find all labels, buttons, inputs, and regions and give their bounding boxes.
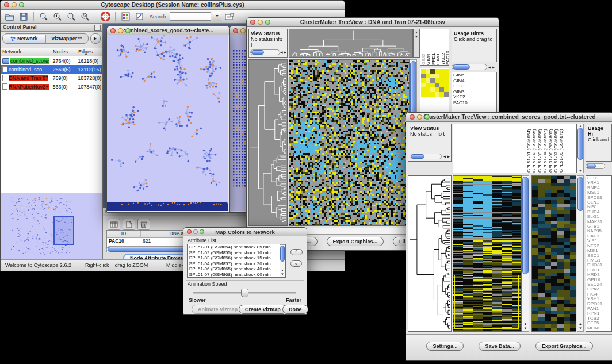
zoom-button[interactable] (19, 2, 24, 7)
matrix-cell[interactable] (444, 69, 449, 74)
treeview1-titlebar[interactable]: ClusterMaker TreeView : DNA and Tran 07-… (247, 18, 499, 27)
matrix-cell[interactable] (435, 78, 439, 83)
matrix-cell[interactable] (426, 92, 430, 97)
select-attributes-button[interactable] (108, 219, 120, 230)
save-session-button[interactable] (18, 12, 29, 22)
tab-network[interactable]: Network (3, 35, 45, 43)
network-table-row[interactable]: DNA and Tran 07 769(0) 183728(0) (1, 74, 102, 82)
attribute-listbox[interactable]: GPL51-01 (GSM854) heat shock 05 minGPL51… (187, 244, 286, 278)
tv2-button[interactable]: Export Graphics... (536, 342, 593, 351)
tv2-hints-scrollbar[interactable] (586, 163, 605, 169)
tv2-zoom-vscrollbar[interactable]: ▲▼ (577, 175, 584, 332)
tv1-status-scrollbar[interactable] (250, 49, 280, 55)
tv1-heatmap-panel[interactable] (289, 59, 410, 226)
attribute-list-item[interactable]: GPL51-06 (GSM865) heat shock 40 min (188, 266, 285, 272)
matrix-cell[interactable] (435, 92, 439, 97)
tv1-gene-name[interactable]: PAC10 (452, 100, 496, 106)
zoom-in-button[interactable] (52, 12, 63, 22)
tv1-hscrollbar[interactable] (289, 228, 416, 235)
matrix-cell[interactable] (421, 83, 426, 87)
matrix-cell[interactable] (430, 69, 435, 74)
close-button[interactable] (110, 28, 116, 33)
matrix-cell[interactable] (426, 69, 430, 74)
annotation-icon[interactable] (133, 12, 145, 22)
tv1-heatmap-canvas[interactable] (289, 60, 409, 225)
matrix-cell[interactable] (435, 87, 439, 92)
zoom-button[interactable] (265, 20, 270, 25)
tv2-button[interactable]: Save Data... (479, 342, 521, 351)
help-lifering-icon[interactable] (100, 12, 111, 22)
column-edges[interactable]: Edges (76, 48, 102, 56)
tv2-gene-name[interactable]: MON2 (586, 326, 611, 331)
matrix-cell[interactable] (444, 78, 449, 83)
tv1-rowtree-canvas[interactable] (249, 60, 287, 225)
matrix-cell[interactable] (439, 83, 444, 87)
matrix-cell[interactable] (439, 74, 444, 78)
matrix-cell[interactable] (430, 92, 435, 97)
move-down-button[interactable]: v (290, 260, 302, 267)
matrix-cell[interactable] (421, 92, 426, 97)
tab-vizmapper[interactable]: VizMapper™ (45, 35, 89, 43)
done-button[interactable]: Done (282, 305, 308, 314)
tv1-gene-name[interactable]: YKE2 (452, 94, 496, 100)
matrix-cell[interactable] (444, 87, 449, 92)
tv2-col-vscrollbar[interactable]: ▲▼ (577, 124, 584, 173)
index-card-icon[interactable] (224, 12, 235, 22)
attribute-list-scrollbar[interactable]: ▲▼ (280, 244, 285, 277)
tv2-row-dendrogram[interactable] (408, 175, 452, 332)
tv1-gene-name[interactable]: GIM3 (452, 89, 496, 95)
matrix-cell[interactable] (426, 78, 430, 83)
matrix-cell[interactable] (430, 87, 435, 92)
tv2-zoom-canvas[interactable] (532, 176, 576, 331)
zoom-out-button[interactable] (38, 12, 49, 22)
treeview2-titlebar[interactable]: ClusterMaker TreeView : combined_scores_… (406, 113, 612, 122)
network-table-row[interactable]: combined_scores 2764(0) 16218(0) (1, 56, 102, 65)
matrix-cell[interactable] (439, 87, 444, 92)
network-table-row[interactable]: combined_sco 2569(6) 13112(15) (1, 65, 102, 74)
dialog-titlebar[interactable]: Map Colors to Network (183, 228, 307, 236)
tv1-gene-name[interactable]: GIM4 (452, 78, 496, 84)
attribute-list-item[interactable]: GPL51-02 (GSM855) heat shock 10 min (188, 250, 285, 256)
close-button[interactable] (233, 28, 238, 33)
network-canvas[interactable] (107, 35, 228, 211)
tv1-hints-scrollbar[interactable] (452, 64, 487, 70)
open-session-button[interactable] (4, 12, 16, 22)
tv1-column-dendrogram[interactable] (289, 29, 413, 58)
matrix-cell[interactable] (421, 74, 426, 78)
search-dropdown-button[interactable]: ▼ (213, 12, 221, 21)
tv2-zoom-heatmap-panel[interactable] (531, 175, 576, 332)
tv2-button[interactable]: Settings... (426, 342, 464, 351)
create-vizmap-button[interactable]: Create Vizmap (239, 305, 287, 314)
matrix-cell[interactable] (444, 74, 449, 78)
delete-attribute-icon[interactable] (137, 219, 150, 230)
close-button[interactable] (250, 20, 255, 25)
attribute-list-item[interactable]: GPL51-04 (GSM857) heat shock 20 min (188, 261, 285, 267)
matrix-cell[interactable] (430, 74, 435, 78)
matrix-cell[interactable] (426, 87, 430, 92)
matrix-cell[interactable] (435, 83, 439, 87)
matrix-cell[interactable] (421, 87, 426, 92)
matrix-cell[interactable] (421, 69, 426, 74)
tv1-status-scroll-arrows[interactable]: ◀ ▶ (280, 51, 286, 54)
overview-canvas[interactable] (2, 194, 101, 258)
matrix-cell[interactable] (426, 74, 430, 78)
matrix-cell[interactable] (444, 83, 449, 87)
matrix-cell[interactable] (426, 83, 430, 87)
more-tabs-button[interactable]: ▶ (90, 33, 101, 44)
close-button[interactable] (187, 229, 192, 234)
zoom-fit-button[interactable] (79, 12, 91, 22)
vizmapper-icon[interactable] (120, 12, 131, 22)
matrix-cell[interactable] (439, 78, 444, 83)
tv1-hints-scroll-arrows[interactable]: ◀ ▶ (488, 66, 495, 69)
tv1-coltree-canvas[interactable] (289, 29, 412, 57)
zoom-button[interactable] (125, 28, 131, 33)
tv1-button[interactable]: Export Graphics... (327, 237, 384, 246)
attribute-list-item[interactable]: GPL51-07 (GSM868) heat shock 60 min (188, 272, 285, 278)
main-titlebar[interactable]: Cytoscape Desktop (Session Name: collins… (1, 1, 345, 10)
tv1-gene-name[interactable]: PFD1 (452, 83, 496, 89)
tv1-zoom-matrix[interactable] (421, 69, 449, 97)
search-input[interactable] (170, 12, 211, 21)
animation-speed-slider[interactable] (241, 289, 248, 297)
attribute-list-item[interactable]: GPL51-01 (GSM854) heat shock 05 min (188, 244, 285, 250)
minimize-button[interactable] (240, 28, 246, 33)
